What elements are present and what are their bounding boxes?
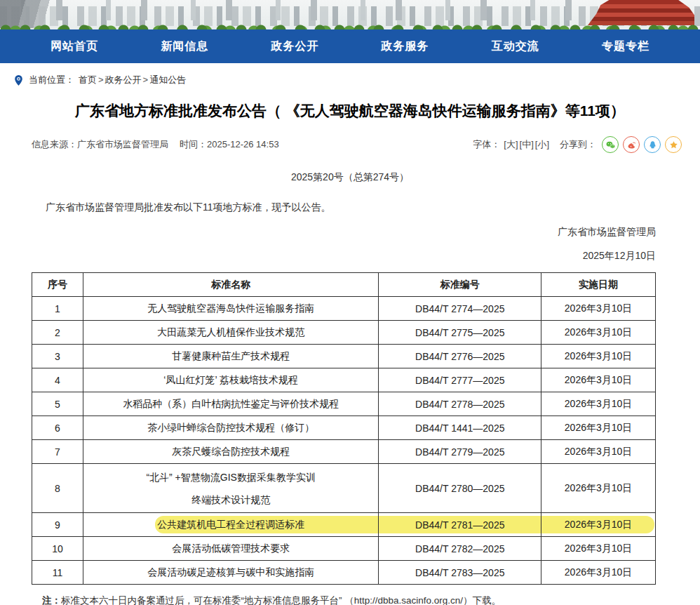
breadcrumb-links: 首页>政务公开>通知公告 <box>79 74 186 86</box>
weibo-icon[interactable] <box>623 136 640 153</box>
cell-seq: 4 <box>32 368 83 392</box>
standards-table: 序号标准名称标准编号实施日期 1无人驾驶航空器海岛快件运输服务指南DB44/T … <box>32 272 656 585</box>
font-size-option-2[interactable]: [中] <box>520 139 534 149</box>
cell-seq: 7 <box>32 440 83 464</box>
cell-standard-code: DB44/T 2778—2025 <box>379 392 541 416</box>
share-icons <box>602 136 682 153</box>
font-size-options: [大][中][小] <box>503 138 550 151</box>
cell-implementation-date: 2026年3月10日 <box>541 513 656 537</box>
page: 网站首页新闻信息政务公开政务服务互动交流专题专栏 当前位置： 首页>政务公开>通… <box>0 0 700 605</box>
share-label: 分享到： <box>560 138 596 151</box>
font-size-label: 字体： <box>473 138 500 151</box>
cell-standard-name: 甘薯健康种苗生产技术规程 <box>83 345 378 368</box>
wechat-icon[interactable] <box>602 136 619 153</box>
table-row: 7灰茶尺蠖综合防控技术规程DB44/T 2779—20252026年3月10日 <box>32 440 656 464</box>
breadcrumb-label: 当前位置： <box>29 74 74 86</box>
footnote: 注：标准文本六十日内备案通过后，可在标准委“地方标准信息服务平台” （http:… <box>42 594 700 605</box>
cell-standard-name: 无人驾驶航空器海岛快件运输服务指南 <box>83 297 378 321</box>
source-value: 广东省市场监督管理局 <box>77 139 168 149</box>
time-label: 时间： <box>180 139 207 149</box>
nav-item-3[interactable]: 政务公开 <box>271 39 318 54</box>
breadcrumb-separator: > <box>98 74 104 85</box>
table-body: 1无人驾驶航空器海岛快件运输服务指南DB44/T 2774—20252026年3… <box>32 297 656 585</box>
cell-standard-code: DB44/T 1441—2025 <box>379 416 541 440</box>
table-row: 11会展活动碳足迹核算与碳中和实施指南DB44/T 2783—20252026年… <box>32 561 656 585</box>
cell-standard-code: DB44/T 2780—2025 <box>379 464 541 513</box>
article-meta-right: 字体： [大][中][小] 分享到： <box>473 136 682 153</box>
cell-standard-name: 灰茶尺蠖综合防控技术规程 <box>83 440 378 464</box>
cell-standard-name: 会展活动碳足迹核算与碳中和实施指南 <box>83 561 378 585</box>
nav-item-1[interactable]: 网站首页 <box>51 39 98 54</box>
breadcrumb-separator: > <box>143 74 149 85</box>
table-header-row: 序号标准名称标准编号实施日期 <box>32 273 656 297</box>
cell-standard-code: DB44/T 2782—2025 <box>379 537 541 561</box>
cell-implementation-date: 2026年3月10日 <box>541 537 656 561</box>
table-row: 10会展活动低碳管理技术要求DB44/T 2782—20252026年3月10日 <box>32 537 656 561</box>
table-header-cell-4: 实施日期 <box>541 273 656 297</box>
table-row: 8“北斗” +智慧物流GIS数据采集教学实训 终端技术设计规范DB44/T 27… <box>32 464 656 513</box>
nav-item-6[interactable]: 专题专栏 <box>602 39 649 54</box>
table-header-cell-1: 序号 <box>32 273 83 297</box>
nav-item-2[interactable]: 新闻信息 <box>161 39 208 54</box>
doc-number: 2025第20号（总第274号） <box>0 171 700 184</box>
breadcrumb: 当前位置： 首页>政务公开>通知公告 <box>0 63 700 86</box>
cell-standard-code: DB44/T 2777—2025 <box>379 368 541 392</box>
issue-date: 2025年12月10日 <box>0 250 656 262</box>
cell-implementation-date: 2026年3月10日 <box>541 392 656 416</box>
cell-seq: 11 <box>32 561 83 585</box>
time-value: 2025-12-26 14:53 <box>207 139 279 149</box>
cell-implementation-date: 2026年3月10日 <box>541 561 656 585</box>
font-size-option-1[interactable]: [大] <box>504 139 518 149</box>
location-pin-icon <box>13 74 25 86</box>
cell-standard-name: 公共建筑机电工程全过程调适标准 <box>83 513 378 537</box>
qq-icon[interactable] <box>644 136 661 153</box>
table-row: 9公共建筑机电工程全过程调适标准DB44/T 2781—20252026年3月1… <box>32 513 656 537</box>
cell-standard-name: 水稻品种（系）白叶枯病抗性鉴定与评价技术规程 <box>83 392 378 416</box>
cell-implementation-date: 2026年3月10日 <box>541 321 656 345</box>
main-nav: 网站首页新闻信息政务公开政务服务互动交流专题专栏 <box>0 29 700 63</box>
banner-trees <box>0 20 700 29</box>
page-title: 广东省地方标准批准发布公告（ 《无人驾驶航空器海岛快件运输服务指南》等11项） <box>28 101 672 121</box>
cell-standard-code: DB44/T 2779—2025 <box>379 440 541 464</box>
table-header-cell-2: 标准名称 <box>83 273 378 297</box>
table-header-cell-3: 标准编号 <box>379 273 541 297</box>
table-row: 2大田蔬菜无人机植保作业技术规范DB44/T 2775—20252026年3月1… <box>32 321 656 345</box>
cell-standard-code: DB44/T 2774—2025 <box>379 297 541 321</box>
table-row: 4‘凤山红灯笼’ 荔枝栽培技术规程DB44/T 2777—20252026年3月… <box>32 368 656 392</box>
cell-seq: 1 <box>32 297 83 321</box>
cell-seq: 3 <box>32 345 83 368</box>
breadcrumb-link-1[interactable]: 首页 <box>79 74 97 85</box>
announcement-body: 广东省市场监督管理局批准发布以下11项地方标准，现予以公告。 <box>32 201 668 214</box>
cell-standard-name: “北斗” +智慧物流GIS数据采集教学实训 终端技术设计规范 <box>83 464 378 513</box>
cell-standard-name: 茶小绿叶蝉综合防控技术规程（修订） <box>83 416 378 440</box>
cell-implementation-date: 2026年3月10日 <box>541 416 656 440</box>
article-meta-left: 信息来源：广东省市场监督管理局时间：2025-12-26 14:53 <box>32 138 279 151</box>
standards-table-wrap: 序号标准名称标准编号实施日期 1无人驾驶航空器海岛快件运输服务指南DB44/T … <box>32 272 656 585</box>
qzone-star-icon[interactable] <box>665 136 682 153</box>
cell-seq: 6 <box>32 416 83 440</box>
cell-implementation-date: 2026年3月10日 <box>541 368 656 392</box>
source-label: 信息来源： <box>32 139 77 149</box>
cell-standard-code: DB44/T 2776—2025 <box>379 345 541 368</box>
table-row: 6茶小绿叶蝉综合防控技术规程（修订）DB44/T 1441—20252026年3… <box>32 416 656 440</box>
nav-item-5[interactable]: 互动交流 <box>492 39 539 54</box>
cell-standard-name: ‘凤山红灯笼’ 荔枝栽培技术规程 <box>83 368 378 392</box>
font-size-option-3[interactable]: [小] <box>535 139 549 149</box>
cell-standard-code: DB44/T 2775—2025 <box>379 321 541 345</box>
cell-seq: 5 <box>32 392 83 416</box>
cell-standard-code: DB44/T 2781—2025 <box>379 513 541 537</box>
cell-standard-name: 会展活动低碳管理技术要求 <box>83 537 378 561</box>
article-meta: 信息来源：广东省市场监督管理局时间：2025-12-26 14:53 字体： [… <box>32 136 682 153</box>
cell-implementation-date: 2026年3月10日 <box>541 345 656 368</box>
table-row: 5水稻品种（系）白叶枯病抗性鉴定与评价技术规程DB44/T 2778—20252… <box>32 392 656 416</box>
cell-implementation-date: 2026年3月10日 <box>541 440 656 464</box>
breadcrumb-link-3[interactable]: 通知公告 <box>149 74 186 85</box>
cell-implementation-date: 2026年3月10日 <box>541 464 656 513</box>
cell-seq: 2 <box>32 321 83 345</box>
breadcrumb-link-2[interactable]: 政务公开 <box>105 74 142 85</box>
footnote-label: 注： <box>42 595 61 605</box>
cell-seq: 10 <box>32 537 83 561</box>
nav-item-4[interactable]: 政务服务 <box>382 39 429 54</box>
cell-seq: 8 <box>32 464 83 513</box>
cell-seq: 9 <box>32 513 83 537</box>
